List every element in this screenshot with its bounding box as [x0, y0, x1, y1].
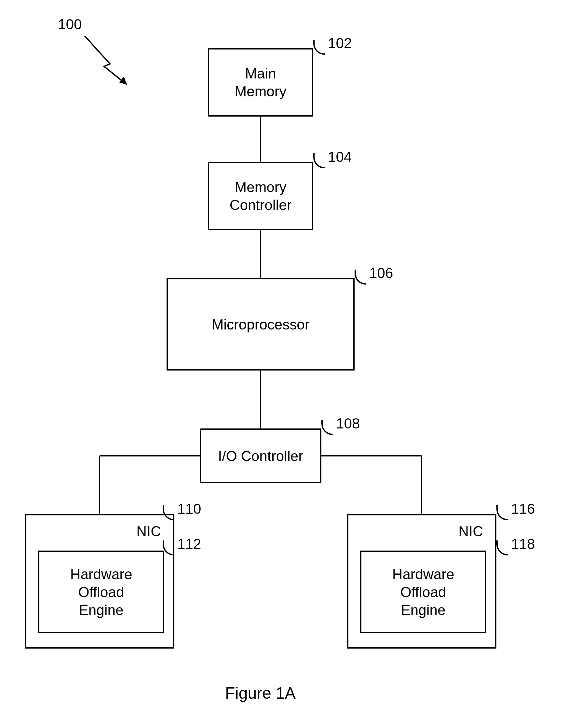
ref-hook-104 [313, 153, 325, 168]
diagram-canvas: 100 Main Memory 102 Memory Controller 10… [0, 0, 567, 728]
ref-hook-102 [313, 40, 325, 55]
block-microprocessor-label: Microprocessor [212, 315, 310, 333]
block-hw-left-label: Hardware Offload Engine [70, 565, 132, 619]
ref-112: 112 [177, 536, 201, 552]
ref-100: 100 [58, 16, 82, 33]
block-io-controller: I/O Controller [200, 428, 321, 483]
ref-116: 116 [511, 501, 535, 517]
block-nic-left-title: NIC [136, 523, 161, 539]
block-hw-left: Hardware Offload Engine [38, 551, 164, 633]
block-hw-right: Hardware Offload Engine [360, 551, 486, 633]
block-main-memory: Main Memory [208, 48, 313, 117]
ref-102: 102 [328, 35, 352, 51]
ref-hook-118 [496, 540, 508, 555]
block-nic-right: NIC Hardware Offload Engine [347, 514, 496, 649]
ref-106: 106 [369, 265, 393, 281]
ref-108: 108 [336, 415, 360, 432]
ref-hook-106 [354, 270, 366, 285]
block-nic-right-title: NIC [458, 523, 483, 539]
block-memory-controller-label: Memory Controller [230, 178, 292, 214]
block-microprocessor: Microprocessor [167, 278, 354, 371]
ref-hook-116 [496, 505, 508, 520]
ref-100-arrow [78, 33, 143, 91]
ref-hook-108 [321, 420, 333, 435]
block-memory-controller: Memory Controller [208, 162, 313, 230]
ref-118: 118 [511, 536, 535, 552]
ref-110: 110 [177, 501, 201, 517]
block-main-memory-label: Main Memory [235, 64, 286, 100]
ref-104: 104 [328, 149, 352, 165]
block-nic-left: NIC Hardware Offload Engine [25, 514, 174, 649]
block-io-controller-label: I/O Controller [218, 447, 303, 465]
figure-caption: Figure 1A [225, 684, 296, 703]
block-hw-right-label: Hardware Offload Engine [392, 565, 454, 619]
